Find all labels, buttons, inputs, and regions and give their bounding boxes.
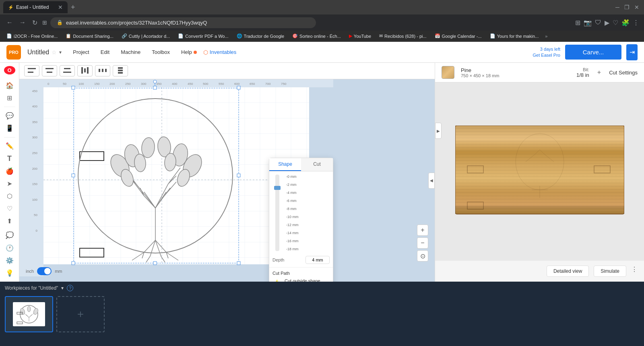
sidebar-settings-icon[interactable]: ⚙️	[2, 255, 17, 266]
sidebar-home-icon[interactable]: 🏠	[2, 80, 17, 91]
unit-toggle-switch[interactable]	[37, 267, 52, 275]
nav-edit[interactable]: Edit	[96, 47, 114, 58]
toggle-thumb	[44, 268, 51, 274]
depth-section: -0 mm -2 mm -4 mm -6 mm -8 mm -10 mm -12…	[269, 171, 333, 254]
carve-button[interactable]: Carve...	[565, 45, 621, 60]
forward-button[interactable]: →	[18, 17, 27, 28]
nav-project[interactable]: Project	[68, 47, 94, 58]
svg-rect-12	[118, 67, 123, 69]
canvas-container[interactable]: 0 50 100 150 200 250 300 350 400 450 500…	[19, 79, 435, 282]
zoom-out-button[interactable]: −	[417, 237, 428, 249]
cut-path-dropdown-icon[interactable]: ▾	[327, 281, 330, 282]
play-button[interactable]: ▶	[605, 19, 609, 27]
workpieces-help-button[interactable]: ?	[67, 285, 73, 291]
camera-button[interactable]: 📷	[584, 19, 592, 27]
nav-machine[interactable]: Machine	[116, 47, 145, 58]
preview-more-button[interactable]: ⋮	[631, 266, 638, 277]
svg-rect-0	[28, 68, 36, 69]
tab-strip-button[interactable]: ⊞	[42, 19, 47, 26]
sidebar-chat-icon[interactable]: 💭	[2, 230, 17, 241]
align-vertical-button[interactable]	[77, 65, 93, 76]
slider-thumb[interactable]	[274, 186, 281, 190]
shield-button[interactable]: 🛡	[595, 19, 601, 26]
sidebar-import-icon[interactable]: ⬆	[2, 216, 17, 227]
bookmark-yours[interactable]: 📄Yours for the makin...	[487, 33, 542, 39]
sidebar-history-icon[interactable]: 🕐	[2, 243, 17, 253]
zoom-reset-button[interactable]: ⊙	[417, 250, 428, 262]
workpieces-bar: Workpieces for "Untitled" ▾ ?	[0, 282, 644, 295]
bookmark-translate[interactable]: 🌐Traductor de Google	[233, 33, 287, 39]
workpieces-dropdown-icon[interactable]: ▾	[61, 285, 64, 291]
distribute-h-button[interactable]	[95, 65, 110, 76]
bookmark-sorteo[interactable]: 🎯Sorteo online - Éch...	[289, 33, 344, 39]
nav-help[interactable]: Help	[176, 47, 202, 58]
material-swatch[interactable]	[442, 66, 454, 79]
detailed-view-button[interactable]: Detailed view	[547, 266, 589, 277]
shape-cut-panel: Shape Cut -0 mm -2 mm -4 mm	[269, 158, 333, 282]
close-button[interactable]: ✕	[633, 2, 641, 12]
material-info: Pine 750 × 450 × 18 mm	[461, 67, 570, 78]
panel-tabs: Shape Cut	[269, 158, 333, 171]
align-center-button[interactable]	[42, 65, 57, 76]
add-workpiece-button[interactable]: +	[56, 296, 105, 332]
cut-path-option[interactable]: ⭐ Cut outside shape path ▾	[272, 278, 330, 282]
address-bar[interactable]: 🔒 easel.inventables.com/projects/32TNax1…	[50, 17, 316, 28]
depth-slider-track[interactable]	[272, 175, 282, 251]
right-panel-expand-arrow[interactable]: ▶	[435, 123, 442, 139]
sidebar-heart-icon[interactable]: ♡	[2, 203, 17, 214]
svg-text:100: 100	[78, 82, 84, 86]
distribute-v-button[interactable]	[113, 65, 128, 76]
title-dropdown-icon[interactable]: ▾	[59, 49, 62, 55]
tab-cut[interactable]: Cut	[301, 158, 333, 171]
sidebar-text-icon[interactable]: T	[2, 153, 17, 164]
bookmark-recibidos[interactable]: ✉Recibidos (628) - pi...	[376, 33, 430, 39]
back-button[interactable]: ←	[5, 17, 14, 28]
sidebar-pen-icon[interactable]: ✏️	[2, 140, 17, 151]
align-left-button[interactable]	[24, 65, 39, 76]
tab-close-button[interactable]: ✕	[58, 4, 63, 10]
canvas-collapse-arrow[interactable]: ◀	[428, 173, 435, 189]
svg-rect-2	[45, 68, 54, 69]
restore-button[interactable]: ❐	[623, 2, 631, 12]
add-bit-button[interactable]: +	[596, 67, 603, 78]
align-right-button[interactable]	[60, 65, 75, 76]
right-panel: Pine 750 × 450 × 18 mm Bit: 1/8 in + Cut…	[435, 63, 644, 282]
left-sidebar: O 🏠 ⊞ 💬 📱 ✏️ T 🍎 ➤ ⬡ ♡ ⬆ 💭 🕐 ⚙️ 💡	[0, 63, 19, 282]
nav-inventables[interactable]: ⬡ Inventables	[203, 49, 237, 56]
sidebar-grid-icon[interactable]: ⊞	[2, 93, 17, 103]
svg-text:700: 700	[265, 82, 271, 86]
simulate-button[interactable]: Simulate	[594, 266, 626, 277]
bookmark-docsharing[interactable]: 📋Document Sharing...	[62, 33, 116, 39]
puzzle-button[interactable]: 🧩	[621, 19, 630, 27]
sidebar-help-icon[interactable]: 💡	[2, 268, 17, 278]
sidebar-arrow-icon[interactable]: ➤	[2, 178, 17, 189]
sidebar-whatsapp-icon[interactable]: 📱	[2, 123, 17, 134]
heart-button[interactable]: ♡	[613, 19, 618, 27]
expand-button[interactable]: ⇥	[626, 44, 638, 60]
cut-settings-label[interactable]: Cut Settings	[609, 70, 638, 76]
sidebar-fruit-icon[interactable]: 🍎	[2, 166, 17, 177]
minimize-button[interactable]: ─	[614, 2, 621, 12]
svg-rect-101	[455, 126, 624, 214]
sidebar-messages-icon[interactable]: 💬	[2, 110, 17, 121]
workpieces-list: +	[0, 295, 644, 334]
nav-toolbox[interactable]: Toolbox	[147, 47, 175, 58]
material-name: Pine	[461, 67, 570, 73]
menu-button[interactable]: ⋮	[633, 19, 639, 27]
tab-shape[interactable]: Shape	[269, 158, 301, 171]
bookmark-youtube[interactable]: ▶YouTube	[346, 33, 374, 39]
bookmark-convertpdf[interactable]: 📄Convertir PDF a Wo...	[175, 33, 231, 39]
bookmark-gcal[interactable]: 📅Google Calendar -...	[431, 33, 485, 39]
new-tab-button[interactable]: +	[69, 3, 77, 12]
browser-tab[interactable]: ⚡ Easel - Untitled ✕	[3, 1, 68, 13]
more-bookmarks-button[interactable]: »	[543, 33, 549, 39]
extensions-button[interactable]: ⊞	[575, 19, 580, 27]
bookmark-i2ocr[interactable]: 📄i2OCR - Free Online...	[3, 33, 61, 39]
bookmark-cuttly[interactable]: 🔗Cuttly | Acortador d...	[118, 33, 173, 39]
favorite-star-icon[interactable]: ☆	[52, 49, 57, 56]
workpiece-item-1[interactable]	[5, 296, 53, 332]
zoom-in-button[interactable]: +	[417, 224, 428, 236]
sidebar-cube-icon[interactable]: ⬡	[2, 191, 17, 202]
reload-button[interactable]: ↻	[31, 17, 39, 28]
depth-input[interactable]	[305, 256, 330, 264]
